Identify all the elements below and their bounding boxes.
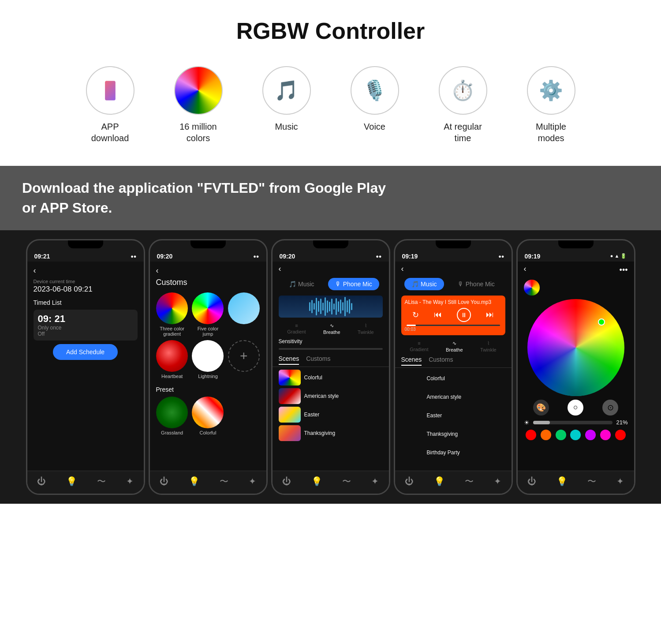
phone4-progress-bar[interactable] — [407, 325, 500, 326]
customs-item-3color[interactable]: Three color gradient — [156, 292, 188, 337]
play-pause-button[interactable]: ⏸ — [457, 308, 471, 322]
feature-modes: ⚙️ Multiple modes — [520, 66, 582, 144]
clock-icon[interactable]: ✦ — [126, 476, 134, 487]
phone4-scene-thanksgiving[interactable]: Thanksgiving — [401, 426, 505, 442]
phone4-bulb-icon[interactable]: 💡 — [434, 476, 445, 487]
phone3-tabs: 🎵 Music 🎙 Phone Mic — [273, 276, 389, 292]
phone4-colorful-thumb — [401, 371, 423, 386]
phone5-brightness: ☀ 21% — [524, 419, 628, 426]
phone5-wheel-icon[interactable]: 🎨 — [533, 400, 549, 416]
scenes-tab-scenes[interactable]: Scenes — [279, 355, 299, 365]
phone5-bottombar: ⏻ 💡 〜 ✦ — [518, 471, 634, 494]
mode-breathe[interactable]: ∿Breathe — [323, 323, 340, 335]
color-red[interactable] — [526, 430, 536, 440]
phone4-tabs: 🎵 Music 🎙 Phone Mic — [395, 276, 512, 292]
phone2-wave-icon[interactable]: 〜 — [220, 476, 228, 487]
bulb-icon[interactable]: 💡 — [66, 476, 77, 487]
scene-thanksgiving[interactable]: Thanksgiving — [279, 425, 383, 441]
phone3-clock-icon[interactable]: ✦ — [371, 476, 379, 487]
phone1-statusbar: 09:21 ●● — [27, 249, 144, 262]
scene-american[interactable]: American style — [279, 388, 383, 404]
phone4-scenes-tab-scenes[interactable]: Scenes — [401, 356, 422, 366]
color-wheel-selector[interactable] — [598, 318, 605, 326]
brightness-icon: ☀ — [524, 419, 530, 426]
phone4-tab-music[interactable]: 🎵 Music — [404, 278, 444, 290]
phone1-list-title: Timed List — [34, 299, 138, 306]
phone1-back-button[interactable]: ‹ — [34, 266, 138, 275]
phone2-power-icon[interactable]: ⏻ — [160, 476, 168, 487]
phone5-clock-icon[interactable]: ✦ — [616, 476, 624, 487]
customs-item-heartbeat[interactable]: Heartbeat — [156, 340, 188, 379]
phone3-power-icon[interactable]: ⏻ — [282, 476, 291, 487]
phone4-clock-icon[interactable]: ✦ — [494, 476, 501, 487]
phone5-white-icon[interactable]: ○ — [568, 400, 583, 416]
customs-item-5color[interactable]: Five color jump — [192, 292, 224, 337]
phone5-palette-icon[interactable] — [524, 280, 540, 296]
phone4-mode-twinkle[interactable]: ⌇Twinkle — [480, 341, 497, 352]
phone4-power-icon[interactable]: ⏻ — [405, 476, 414, 487]
phone3-wave-icon[interactable]: 〜 — [342, 476, 351, 487]
scene-american-thumb — [279, 388, 301, 404]
add-schedule-button[interactable]: Add Schedule — [53, 344, 118, 360]
phone5-statusbar: 09:19 ● ▲ 🔋 — [518, 249, 634, 262]
phone5-wave-icon[interactable]: 〜 — [587, 476, 596, 487]
phone2-clock-icon[interactable]: ✦ — [249, 476, 256, 487]
phone5-back-button[interactable]: ‹ — [524, 264, 527, 273]
phone4-scene-easter[interactable]: Easter — [401, 408, 505, 423]
scene-easter[interactable]: Easter — [279, 407, 383, 423]
phone4-scene-birthday[interactable]: Birthday Party — [401, 445, 505, 461]
phone4-mode-breathe[interactable]: ∿Breathe — [446, 341, 463, 352]
color-purple[interactable] — [585, 430, 596, 440]
color-pink[interactable] — [600, 430, 611, 440]
phone5-bulb-icon[interactable]: 💡 — [556, 476, 568, 487]
scene-colorful[interactable]: Colorful — [279, 370, 383, 386]
phone3-bulb-icon[interactable]: 💡 — [311, 476, 322, 487]
music-icon: 🎵 — [262, 66, 311, 115]
phone2-bulb-icon[interactable]: 💡 — [189, 476, 200, 487]
phone4-mode-gradient[interactable]: ≡Gradient — [410, 341, 428, 352]
phone5-power-icon[interactable]: ⏻ — [527, 476, 536, 487]
schedule-repeat: Only once — [38, 325, 133, 331]
color-orange[interactable] — [541, 430, 551, 440]
phone3-back-button[interactable]: ‹ — [273, 262, 389, 276]
phone3-tab-mic[interactable]: 🎙 Phone Mic — [328, 278, 379, 290]
phone-2: 09:20 ●● ‹ Customs Three color gradient … — [149, 239, 268, 495]
phone4-birthday-thumb — [401, 445, 423, 461]
phone3-sensitivity-label: Sensitivity — [273, 337, 389, 346]
timer-icon: ⏱️ — [439, 66, 487, 115]
phone4-easter-name: Easter — [427, 412, 442, 419]
color-red2[interactable] — [615, 430, 626, 440]
customs-item-lightning[interactable]: Lightning — [192, 340, 224, 379]
color-teal[interactable] — [570, 430, 581, 440]
power-icon[interactable]: ⏻ — [37, 476, 46, 487]
wave-icon[interactable]: 〜 — [97, 476, 106, 487]
preset-colorful[interactable]: Colorful — [192, 397, 224, 435]
preset-grassland[interactable]: Grassland — [156, 397, 188, 435]
schedule-status: Off — [38, 331, 133, 337]
phone4-tab-mic[interactable]: 🎙 Phone Mic — [451, 278, 502, 290]
phone4-scene-colorful[interactable]: Colorful — [401, 371, 505, 386]
customs-item-add[interactable]: + — [228, 340, 260, 379]
prev-icon[interactable]: ⏮ — [434, 310, 442, 319]
color-wheel[interactable] — [527, 299, 624, 396]
phone5-settings-icon[interactable]: ⊙ — [602, 400, 618, 416]
phone3-tab-music[interactable]: 🎵 Music — [282, 278, 321, 290]
feature-voice: 🎙️ Voice — [344, 66, 406, 132]
scene-colorful-thumb — [279, 370, 301, 386]
phone5-more-button[interactable]: ••• — [620, 266, 628, 275]
mode-twinkle[interactable]: ⌇Twinkle — [358, 323, 374, 335]
phone4-back-button[interactable]: ‹ — [395, 262, 512, 276]
phone4-wave-icon[interactable]: 〜 — [465, 476, 474, 487]
feature-music: 🎵 Music — [256, 66, 317, 132]
phone4-scene-american[interactable]: American style — [401, 389, 505, 405]
scenes-tab-customs[interactable]: Customs — [306, 355, 330, 365]
phone3-sensitivity-bar[interactable] — [279, 348, 383, 350]
next-icon[interactable]: ⏭ — [486, 310, 494, 319]
repeat-icon[interactable]: ↻ — [412, 310, 419, 320]
phone4-scenes-tab-customs[interactable]: Customs — [429, 356, 453, 366]
phone2-back-button[interactable]: ‹ — [156, 266, 260, 275]
voice-icon: 🎙️ — [351, 66, 399, 115]
color-green[interactable] — [556, 430, 566, 440]
brightness-bar[interactable] — [533, 421, 613, 424]
mode-gradient[interactable]: ≡Gradient — [287, 323, 306, 335]
